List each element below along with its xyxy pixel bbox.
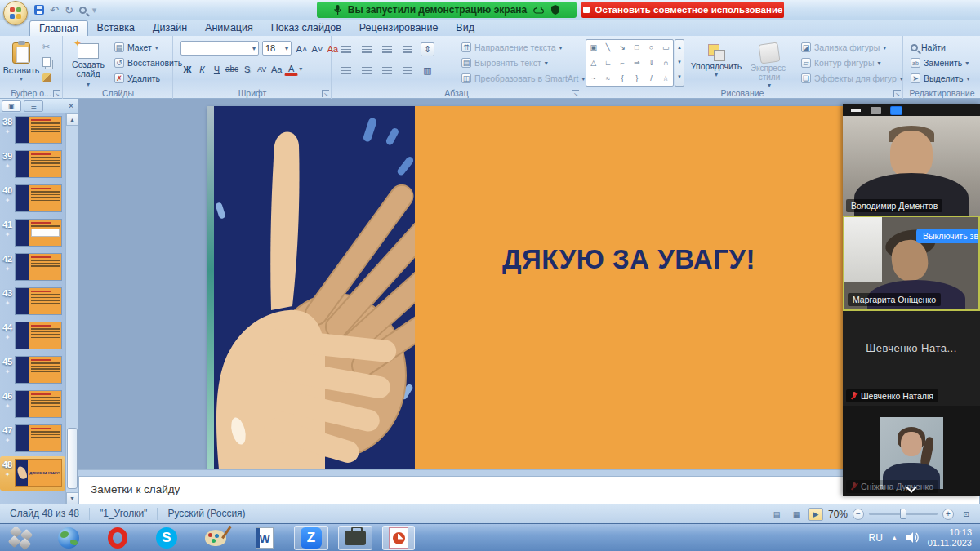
normal-view-button[interactable]: ▤ bbox=[769, 508, 784, 521]
undo-icon[interactable]: ↶ bbox=[50, 5, 59, 16]
tab-slideshow[interactable]: Показ слайдов bbox=[262, 20, 350, 36]
grid-view-icon[interactable] bbox=[871, 107, 881, 114]
quick-styles-button[interactable]: Экспресс-стили ▾ bbox=[744, 38, 795, 89]
align-center-button[interactable] bbox=[359, 64, 373, 78]
word-icon[interactable]: W bbox=[252, 527, 277, 549]
opera-icon[interactable] bbox=[105, 527, 130, 549]
slide-canvas[interactable]: ДЯКУЮ ЗА УВАГУ! bbox=[207, 106, 843, 469]
fit-to-window-button[interactable]: ⊡ bbox=[959, 508, 973, 521]
shapes-gallery[interactable]: ▣ ╲ ↘ □ ○ ▭ △ ∟ ⌐ ⇒ ⇓ ∩ ~ ≈ { } / ☆ bbox=[586, 39, 674, 87]
save-icon[interactable] bbox=[34, 5, 44, 15]
format-painter-button[interactable] bbox=[42, 73, 51, 82]
font-size-combo[interactable]: 18 ▾ bbox=[262, 41, 292, 56]
powerpoint-taskbar-button[interactable] bbox=[382, 526, 415, 550]
panel-scrollbar[interactable]: ▲ ▼ bbox=[65, 113, 78, 504]
shape-icon[interactable]: ~ bbox=[586, 70, 601, 86]
copy-button[interactable] bbox=[42, 57, 51, 67]
line-spacing-button[interactable]: ⇕ bbox=[421, 42, 434, 56]
clock[interactable]: 10:13 01.11.2023 bbox=[928, 527, 972, 549]
file-manager-taskbar-button[interactable] bbox=[338, 526, 372, 550]
participant-video-active[interactable]: Выключить звук Маргарита Оніщенко bbox=[843, 216, 980, 311]
new-slide-button[interactable]: Создать слайд ▾ bbox=[67, 38, 109, 89]
tab-insert[interactable]: Вставка bbox=[88, 20, 144, 36]
scrollbar-thumb[interactable] bbox=[67, 428, 78, 489]
slide-title[interactable]: ДЯКУЮ ЗА УВАГУ! bbox=[415, 244, 843, 275]
layout-button[interactable]: ▤ Макет ▾ bbox=[114, 42, 158, 52]
scroll-up-icon[interactable]: ▲ bbox=[66, 113, 78, 126]
bold-button[interactable]: Ж bbox=[180, 62, 194, 76]
bullets-button[interactable] bbox=[339, 42, 353, 56]
slide-thumbnail[interactable]: 45 ✦ bbox=[0, 353, 65, 388]
shape-icon[interactable]: ≈ bbox=[601, 70, 616, 86]
shape-icon[interactable]: ∩ bbox=[658, 56, 673, 71]
align-text-button[interactable]: ▤ Выровнять текст ▾ bbox=[461, 58, 548, 68]
slide-thumbnail[interactable]: 40 ✦ bbox=[0, 182, 65, 216]
slide-thumbnail[interactable]: 39 ✦ bbox=[0, 148, 65, 182]
reset-slide-button[interactable]: ↺ Восстановить bbox=[114, 58, 182, 68]
slide-thumbnail[interactable]: 47 ✦ bbox=[0, 422, 65, 456]
shape-icon[interactable]: ○ bbox=[644, 40, 659, 56]
zoom-in-button[interactable]: + bbox=[942, 509, 954, 520]
columns-button[interactable]: ▥ bbox=[421, 64, 434, 78]
font-dialog-launcher[interactable]: ↘ bbox=[322, 90, 329, 97]
shape-icon[interactable]: } bbox=[630, 70, 644, 86]
justify-button[interactable] bbox=[400, 64, 414, 78]
char-spacing-button[interactable]: AV bbox=[255, 62, 269, 76]
language-status[interactable]: Русский (Россия) bbox=[158, 508, 256, 520]
print-preview-icon[interactable] bbox=[79, 7, 87, 14]
tab-slides-thumbnails[interactable]: ▣ bbox=[2, 100, 21, 112]
office-button[interactable] bbox=[3, 1, 28, 25]
zoom-out-button[interactable]: − bbox=[853, 509, 864, 520]
volume-icon[interactable] bbox=[906, 532, 920, 543]
change-case-button[interactable]: Aa bbox=[270, 62, 283, 76]
shape-icon[interactable]: ⇒ bbox=[630, 56, 644, 71]
tab-view[interactable]: Вид bbox=[447, 20, 483, 36]
slide-sorter-button[interactable]: ▦ bbox=[789, 508, 804, 521]
shape-icon[interactable]: ⇓ bbox=[644, 56, 659, 71]
participant-novideo[interactable]: Шевченко Ната... Шевченко Наталія bbox=[843, 311, 980, 406]
shape-icon[interactable]: { bbox=[615, 70, 630, 86]
text-direction-button[interactable]: ⇈ Направление текста ▾ bbox=[461, 42, 563, 52]
mute-button[interactable]: Выключить звук bbox=[916, 229, 980, 243]
slide-thumbnail[interactable]: 46 ✦ bbox=[0, 388, 65, 422]
smartart-button[interactable]: ◫ Преобразовать в SmartArt ▾ bbox=[461, 73, 585, 83]
language-indicator[interactable]: RU bbox=[868, 532, 882, 544]
shape-icon[interactable]: ▣ bbox=[586, 40, 601, 56]
paste-button[interactable]: Вставить ▾ bbox=[2, 38, 40, 89]
tab-animation[interactable]: Анимация bbox=[196, 20, 262, 36]
shape-fill-button[interactable]: ◪ Заливка фигуры ▾ bbox=[801, 42, 886, 52]
zoom-slider-thumb[interactable] bbox=[900, 509, 906, 519]
shape-icon[interactable]: / bbox=[644, 70, 659, 86]
zoom-app-taskbar-button[interactable]: Z bbox=[294, 526, 328, 550]
tab-outline[interactable]: ☰ bbox=[24, 100, 43, 112]
shape-icon[interactable]: ⌐ bbox=[615, 56, 630, 71]
clipboard-dialog-launcher[interactable]: ↘ bbox=[53, 90, 60, 97]
shape-icon[interactable]: □ bbox=[630, 40, 644, 56]
close-panel-icon[interactable]: ✕ bbox=[65, 102, 77, 110]
shapes-scrollbar[interactable]: ▲▼▼ bbox=[675, 39, 684, 87]
paragraph-dialog-launcher[interactable]: ↘ bbox=[572, 90, 579, 97]
qat-dropdown-icon[interactable]: ▾ bbox=[92, 5, 97, 16]
shape-outline-button[interactable]: ▱ Контур фигуры ▾ bbox=[801, 58, 880, 68]
participant-video[interactable]: Володимир Дементов bbox=[843, 116, 980, 216]
stop-share-button[interactable]: Остановить совместное использование bbox=[581, 2, 784, 18]
tab-design[interactable]: Дизайн bbox=[144, 20, 196, 36]
shape-icon[interactable]: ▭ bbox=[658, 40, 673, 56]
select-button[interactable]: ➤ Выделить ▾ bbox=[911, 73, 969, 83]
shape-icon[interactable]: △ bbox=[586, 56, 601, 71]
italic-button[interactable]: К bbox=[195, 62, 209, 76]
cut-button[interactable]: ✂ bbox=[42, 42, 50, 52]
paint-icon[interactable] bbox=[203, 527, 228, 549]
theme-name[interactable]: "1_Уголки" bbox=[90, 508, 158, 520]
text-shadow-button[interactable]: S bbox=[240, 62, 254, 76]
start-button[interactable] bbox=[8, 526, 36, 550]
grow-font-button[interactable]: A˄ bbox=[295, 42, 309, 56]
numbering-button[interactable] bbox=[359, 42, 373, 56]
skype-icon[interactable]: S bbox=[154, 527, 179, 549]
font-name-combo[interactable]: ▾ bbox=[180, 41, 259, 56]
shape-icon[interactable]: ↘ bbox=[615, 40, 630, 56]
slide-thumbnail[interactable]: 41 ✦ bbox=[0, 216, 65, 251]
shape-icon[interactable]: ☆ bbox=[658, 70, 673, 86]
notes-splitter[interactable] bbox=[78, 469, 843, 476]
slideshow-view-button[interactable]: ▶ bbox=[808, 508, 823, 521]
